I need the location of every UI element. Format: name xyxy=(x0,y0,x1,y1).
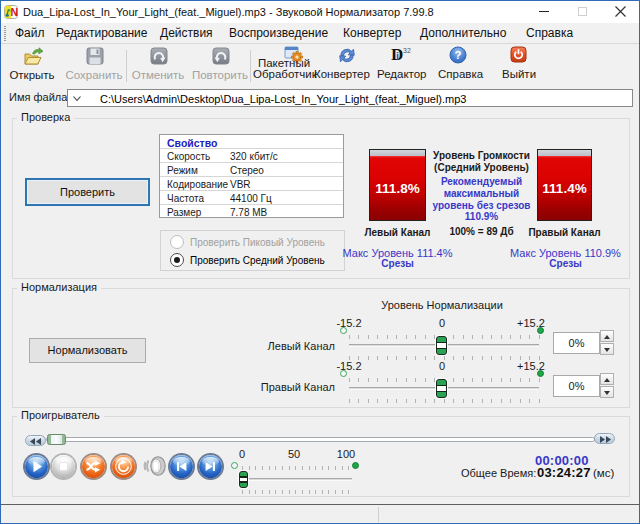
svg-text:?: ? xyxy=(454,49,461,61)
svg-text:N: N xyxy=(11,6,18,18)
